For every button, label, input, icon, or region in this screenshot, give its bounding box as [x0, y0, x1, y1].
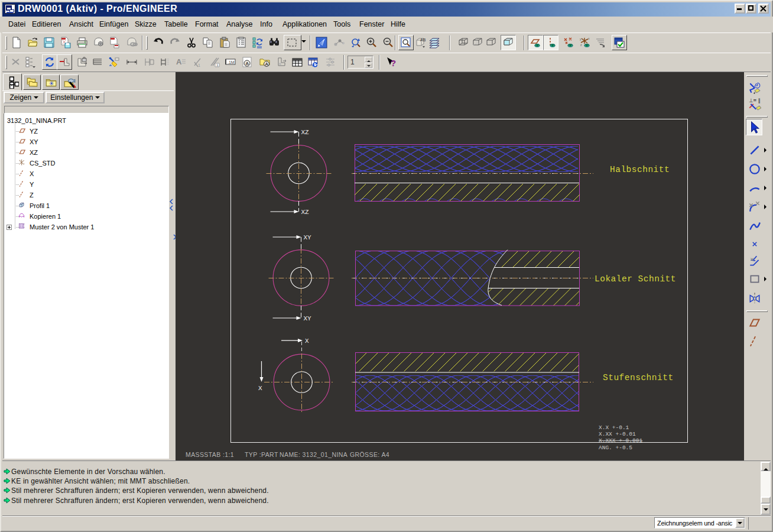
svg-text:∥: ∥: [758, 98, 761, 103]
svg-text:A: A: [246, 61, 249, 66]
svg-text:Halbschnitt: Halbschnitt: [610, 165, 670, 174]
svg-text:.1M: .1M: [228, 60, 235, 64]
svg-text:=: =: [753, 98, 756, 103]
svg-text:Stufenschnitt: Stufenschnitt: [603, 373, 674, 382]
svg-text:AB: AB: [420, 38, 426, 42]
svg-text:XY: XY: [304, 315, 312, 322]
svg-text:MASSSTAB :1:1: MASSSTAB :1:1: [186, 451, 234, 458]
svg-text:X.X +-0.1: X.X +-0.1: [599, 424, 629, 431]
svg-text:A: A: [265, 61, 269, 67]
svg-text:GRÖSSE: A4: GRÖSSE: A4: [350, 451, 389, 458]
svg-text:y: y: [580, 37, 582, 41]
svg-text:x: x: [588, 37, 590, 40]
svg-text:1: 1: [198, 63, 200, 67]
svg-text:XZ: XZ: [301, 129, 310, 136]
svg-text:TYP :PART: TYP :PART: [245, 451, 278, 458]
svg-text:ANG. +-0.5: ANG. +-0.5: [599, 445, 632, 451]
svg-text:A: A: [176, 57, 182, 66]
svg-text:z: z: [580, 43, 582, 47]
svg-text:X: X: [305, 338, 309, 345]
svg-text:⊥: ⊥: [749, 98, 753, 103]
svg-text:XZ: XZ: [301, 209, 310, 216]
svg-text:Lokaler Schnitt: Lokaler Schnitt: [595, 274, 676, 284]
svg-text:X.XXX +-0.001: X.XXX +-0.001: [599, 437, 642, 444]
svg-text:X: X: [258, 385, 262, 392]
svg-text:?: ?: [391, 58, 396, 68]
svg-text:XY: XY: [304, 234, 312, 241]
svg-text:X.XX +-0.01: X.XX +-0.01: [599, 431, 636, 437]
svg-text:NAME: 3132_01_NINA: NAME: 3132_01_NINA: [280, 451, 347, 458]
svg-text:✳: ✳: [48, 80, 54, 87]
